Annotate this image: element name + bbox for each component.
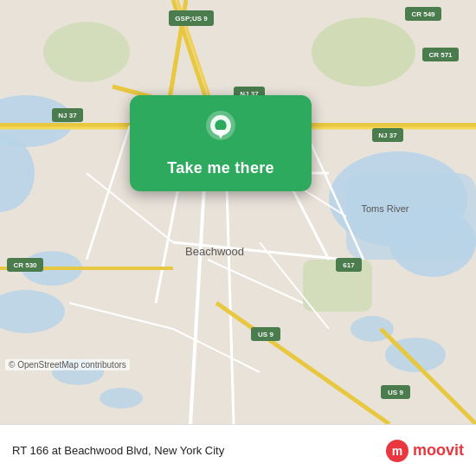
svg-text:NJ 37: NJ 37 [58, 112, 77, 119]
svg-point-13 [43, 22, 130, 82]
moovit-logo-text: moovit [413, 441, 464, 460]
moovit-logo: m moovit [385, 439, 464, 463]
svg-text:CR 530: CR 530 [13, 261, 37, 269]
svg-rect-7 [346, 173, 476, 260]
svg-text:m: m [392, 444, 402, 458]
location-text: RT 166 at Beachwood Blvd, New York City [12, 444, 385, 457]
pin-icon [202, 111, 240, 149]
take-me-there-button[interactable]: Take me there [167, 159, 274, 177]
map-attribution: © OpenStreetMap contributors [5, 359, 130, 370]
svg-text:GSP;US 9: GSP;US 9 [175, 15, 208, 23]
svg-point-12 [312, 17, 415, 87]
svg-text:Toms River: Toms River [361, 203, 408, 214]
svg-point-62 [215, 119, 227, 132]
location-card[interactable]: Take me there [130, 95, 312, 191]
map-container: GSP;US 9 CR 549 CR 571 NJ 37 NJ 37 NJ 37… [0, 0, 476, 424]
svg-point-11 [100, 388, 143, 408]
svg-text:US 9: US 9 [258, 331, 273, 338]
svg-text:NJ 37: NJ 37 [378, 132, 397, 139]
svg-text:US 9: US 9 [388, 389, 403, 396]
svg-text:Beachwood: Beachwood [185, 245, 244, 258]
bottom-bar: RT 166 at Beachwood Blvd, New York City … [0, 424, 476, 476]
svg-text:617: 617 [343, 261, 355, 269]
svg-text:CR 571: CR 571 [428, 51, 453, 59]
moovit-logo-icon: m [385, 439, 409, 463]
svg-text:CR 549: CR 549 [411, 10, 435, 18]
